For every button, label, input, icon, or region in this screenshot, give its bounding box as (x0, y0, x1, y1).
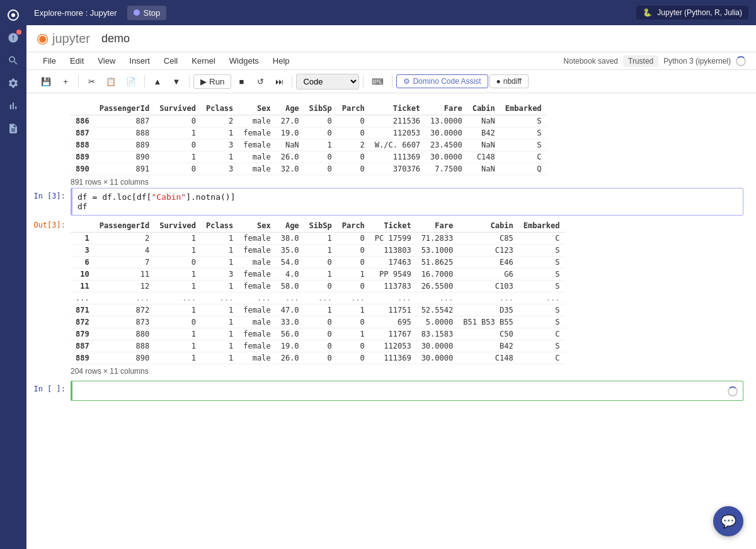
menu-kernel[interactable]: Kernel (185, 54, 222, 68)
col-header-pclass: Pclass (201, 102, 238, 115)
col-header-age: Age (276, 102, 304, 115)
col-header-survived: Survived (154, 102, 201, 115)
cell-3-out-label: Out[3]: (26, 217, 71, 376)
menu-edit[interactable]: Edit (64, 54, 90, 68)
second-table-meta: 204 rows × 11 columns (71, 367, 743, 376)
table-row: 88989011male26.00011136930.0000C148C (71, 352, 565, 364)
second-dataframe-table: PassengerId Survived Pclass Sex Age SibS… (71, 219, 565, 364)
first-table-meta: 891 rows × 11 columns (71, 178, 743, 187)
cell-prev-output: PassengerId Survived Pclass Sex Age SibS… (26, 100, 756, 187)
stop-kernel-button[interactable]: ■ (232, 72, 250, 90)
nbdiff-button[interactable]: ● nbdiff (490, 74, 529, 88)
kernel-spinner (736, 56, 746, 66)
restart-button[interactable]: ↺ (251, 72, 269, 90)
menu-insert[interactable]: Insert (123, 54, 156, 68)
table-row: 87187211female47.0111175152.5542D35S (71, 304, 565, 316)
cell-3-label: In [3]: (26, 188, 71, 203)
kernel-label: Jupyter (Python, R, Julia) (657, 8, 742, 17)
kernel-name: Python 3 (ipykernel) (663, 57, 731, 66)
cut-button[interactable]: ✂ (83, 72, 100, 90)
col-header-fare: Fare (425, 102, 467, 115)
nbdiff-icon: ● (496, 77, 501, 86)
col-header-parch: Parch (337, 102, 370, 115)
sidebar-search-icon[interactable] (3, 50, 23, 71)
cell-3-code[interactable]: df = df.loc[df["Cabin"].notna()] df (71, 188, 743, 216)
menubar-right: Notebook saved Trusted Python 3 (ipykern… (563, 55, 746, 67)
toolbar: 💾 + ✂ 📋 📄 ▲ ▼ ▶ Run ■ ↺ ⏭ Code ⌨ ⚙ Domin… (26, 70, 756, 93)
move-up-button[interactable]: ▲ (149, 72, 166, 90)
col-header-idx (71, 102, 94, 115)
sidebar-chart-icon[interactable] (3, 96, 23, 116)
col-header-ticket: Ticket (370, 102, 425, 115)
move-down-button[interactable]: ▼ (168, 72, 185, 90)
menu-widgets[interactable]: Widgets (223, 54, 265, 68)
toolbar-separator-6 (392, 75, 392, 88)
menubar: File Edit View Insert Cell Kernel Widget… (26, 52, 756, 70)
copy-button[interactable]: 📋 (101, 72, 120, 90)
fast-forward-button[interactable]: ⏭ (270, 72, 288, 90)
first-dataframe-table: PassengerId Survived Pclass Sex Age SibS… (71, 102, 547, 175)
run-button[interactable]: ▶ Run (193, 74, 231, 89)
col2-pclass: Pclass (201, 219, 238, 233)
stop-button[interactable]: Stop (127, 6, 167, 20)
col2-age: Age (276, 219, 304, 233)
col2-ticket: Ticket (370, 219, 416, 233)
sidebar-docs-icon[interactable] (3, 118, 23, 139)
jupyter-header: ◉ jupyter demo (26, 25, 756, 52)
toolbar-separator-3 (189, 75, 190, 88)
col2-embarked: Embarked (518, 219, 565, 233)
col-header-passengerid: PassengerId (94, 102, 154, 115)
sidebar-logo-icon[interactable] (3, 5, 23, 25)
ellipsis-row: .................................... (71, 292, 565, 304)
cell-3-output: Out[3]: PassengerId Survived Pclass Sex (26, 217, 756, 376)
notebook-area: ◉ jupyter demo File Edit View Insert Cel… (26, 25, 756, 549)
domino-label: Domino Code Assist (413, 77, 481, 86)
col2-passengerid: PassengerId (94, 219, 154, 233)
col2-sibsp: SibSp (304, 219, 337, 233)
save-button[interactable]: 💾 (37, 72, 55, 90)
paste-button[interactable]: 📄 (122, 72, 140, 90)
table-row: 88788811female19.00011205330.0000B42S (71, 340, 565, 352)
stop-label: Stop (144, 8, 161, 18)
col2-cabin: Cabin (458, 219, 518, 233)
col-header-sibsp: SibSp (304, 102, 337, 115)
empty-cell-label: In [ ]: (26, 381, 71, 396)
nbdiff-label: nbdiff (503, 77, 522, 86)
kernel-info: 🐍 Jupyter (Python, R, Julia) (636, 6, 748, 20)
menu-cell[interactable]: Cell (158, 54, 184, 68)
menu-file[interactable]: File (37, 54, 62, 68)
add-cell-button[interactable]: + (57, 72, 74, 90)
table-row: 3411female35.01011380353.1000C123S (71, 245, 565, 257)
toolbar-separator-2 (144, 75, 145, 88)
trusted-badge: Trusted (623, 55, 658, 67)
sidebar-settings-icon[interactable] (3, 73, 23, 93)
cell-type-select[interactable]: Code (296, 74, 359, 90)
keyboard-shortcuts-button[interactable]: ⌨ (367, 72, 388, 90)
col2-sex: Sex (238, 219, 275, 233)
menu-view[interactable]: View (91, 54, 122, 68)
table-row: 6701male54.0001746351.8625E46S (71, 257, 565, 269)
menu-help[interactable]: Help (266, 54, 296, 68)
table-row: 101113female4.011PP 954916.7000G6S (71, 269, 565, 280)
empty-cell: In [ ]: (26, 381, 756, 401)
topbar: Explore-more : Jupyter Stop 🐍 Jupyter (P… (26, 0, 756, 25)
col-header-sex: Sex (238, 102, 275, 115)
table-row: 89089103male32.0003703767.7500NaNQ (71, 163, 547, 175)
domino-code-assist-button[interactable]: ⚙ Domino Code Assist (396, 74, 488, 88)
col-header-cabin: Cabin (467, 102, 500, 115)
toolbar-separator-1 (78, 75, 79, 88)
cell-3-input: In [3]: df = df.loc[df["Cabin"].notna()]… (26, 188, 756, 216)
col2-idx (71, 219, 94, 233)
topbar-breadcrumb: Explore-more : Jupyter (34, 8, 117, 18)
col2-survived: Survived (154, 219, 201, 233)
sidebar-notifications-icon[interactable] (3, 28, 23, 48)
table-row: 88888903femaleNaN12W./C. 660723.4500NaNS (71, 139, 547, 151)
empty-cell-body[interactable] (71, 381, 743, 401)
first-table-output: PassengerId Survived Pclass Sex Age SibS… (71, 100, 743, 187)
table-row: 87988011female56.0011176783.1583C50C (71, 328, 565, 340)
jupyter-logo: ◉ jupyter (37, 30, 90, 47)
notebook-name[interactable]: demo (101, 32, 130, 45)
chat-button[interactable]: 💬 (713, 506, 743, 536)
toolbar-separator-4 (292, 75, 292, 88)
empty-cell-input: In [ ]: (26, 381, 756, 401)
